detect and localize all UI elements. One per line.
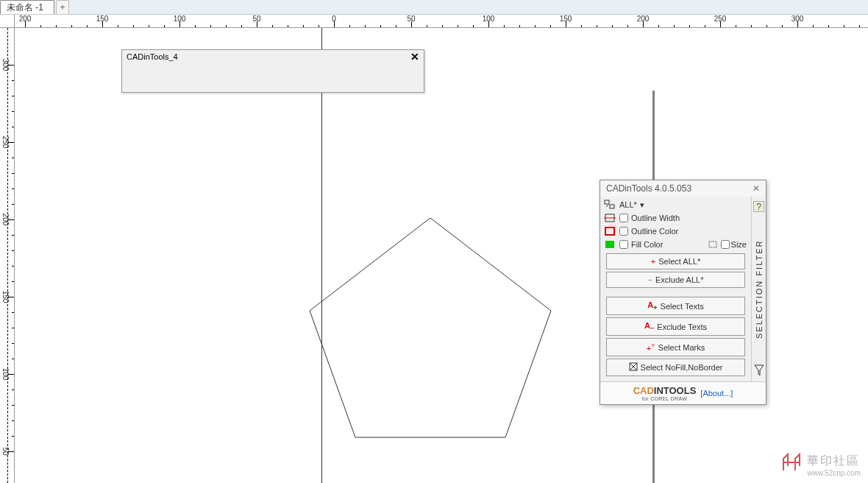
document-tab-bar: 未命名 -1 + — [0, 0, 868, 15]
plus-icon: + — [651, 257, 655, 266]
ruler-corner — [0, 15, 15, 28]
dialog-footer: CADINTOOLS for COREL DRAW [About...] — [600, 381, 766, 404]
outline-width-icon — [603, 212, 616, 224]
select-all-button[interactable]: + Select ALL* — [606, 253, 745, 269]
svg-marker-0 — [310, 218, 551, 437]
outline-color-icon — [603, 225, 616, 237]
minus-icon: − — [648, 275, 652, 284]
watermark: 華印社區 www.52cnp.com — [780, 451, 861, 479]
guide-line-vertical — [7, 28, 8, 483]
dialog-titlebar[interactable]: CADinTools 4.0.5.053 ✕ — [600, 180, 766, 197]
outline-color-row: Outline Color — [603, 225, 748, 238]
text-exclude-icon: A− — [644, 321, 654, 332]
mini-panel-title: CADinTools_4 — [127, 52, 178, 61]
exclude-all-button[interactable]: − Exclude ALL* — [606, 272, 745, 288]
help-button[interactable]: ? — [753, 201, 764, 212]
outline-width-row: Outline Width — [603, 211, 748, 225]
svg-rect-6 — [605, 228, 614, 235]
selection-icon — [603, 199, 616, 211]
select-nofill-button[interactable]: Select NoFill,NoBorder — [606, 359, 745, 376]
mini-panel-titlebar[interactable]: CADinTools_4 ✕ — [122, 50, 424, 63]
funnel-icon — [754, 364, 764, 378]
marks-icon: ++ — [647, 342, 655, 353]
chevron-down-icon[interactable]: ▾ — [640, 200, 644, 210]
pentagon-shape[interactable] — [305, 218, 555, 439]
watermark-url: www.52cnp.com — [807, 469, 861, 477]
selection-filter-label: SELECTION FILTER — [755, 216, 764, 362]
about-link[interactable]: [About...] — [700, 389, 733, 398]
all-selector-row: ALL* ▾ — [603, 198, 748, 211]
ruler-horizontal[interactable]: 20015010050050100150200250300350 — [15, 15, 868, 28]
document-tab[interactable]: 未命名 -1 — [0, 0, 54, 14]
cadintools-mini-panel[interactable]: CADinTools_4 ✕ — [121, 49, 424, 93]
size-label: Size — [731, 240, 747, 249]
svg-rect-8 — [709, 242, 716, 247]
watermark-logo-icon — [780, 451, 803, 479]
fill-color-label: Fill Color — [631, 240, 663, 249]
outline-width-label: Outline Width — [631, 214, 680, 222]
close-icon[interactable]: ✕ — [753, 183, 760, 194]
svg-rect-2 — [610, 205, 614, 208]
outline-color-checkbox[interactable] — [619, 227, 628, 236]
dialog-title: CADinTools 4.0.5.053 — [606, 183, 691, 194]
add-tab-button[interactable]: + — [56, 0, 69, 14]
fill-color-icon — [603, 239, 616, 250]
select-texts-button[interactable]: A+ Select Texts — [606, 297, 745, 315]
outline-color-label: Outline Color — [631, 227, 678, 236]
svg-line-3 — [606, 205, 608, 207]
outline-width-checkbox[interactable] — [619, 214, 628, 222]
fill-color-row: Fill Color Size — [603, 238, 748, 251]
all-selector[interactable]: ALL* — [619, 200, 637, 209]
exclude-texts-button[interactable]: A− Exclude Texts — [606, 317, 745, 336]
cadintools-logo: CADINTOOLS for COREL DRAW — [633, 385, 697, 401]
size-checkbox[interactable] — [721, 240, 730, 249]
svg-rect-7 — [605, 241, 614, 248]
text-select-icon: A+ — [647, 300, 657, 311]
svg-rect-1 — [605, 200, 609, 204]
watermark-title: 華印社區 — [807, 454, 861, 469]
dialog-sidebar: ? SELECTION FILTER — [751, 197, 766, 381]
select-marks-button[interactable]: ++ Select Marks — [606, 338, 745, 356]
nofill-icon — [629, 362, 638, 373]
svg-marker-12 — [755, 365, 764, 376]
cadintools-dialog[interactable]: CADinTools 4.0.5.053 ✕ ALL* ▾ Outline Wi… — [600, 180, 766, 405]
ruler-vertical[interactable]: 50100150200250300 — [0, 28, 15, 483]
fill-color-checkbox[interactable] — [619, 240, 628, 249]
close-icon[interactable]: ✕ — [410, 51, 419, 63]
size-icon — [706, 239, 719, 250]
